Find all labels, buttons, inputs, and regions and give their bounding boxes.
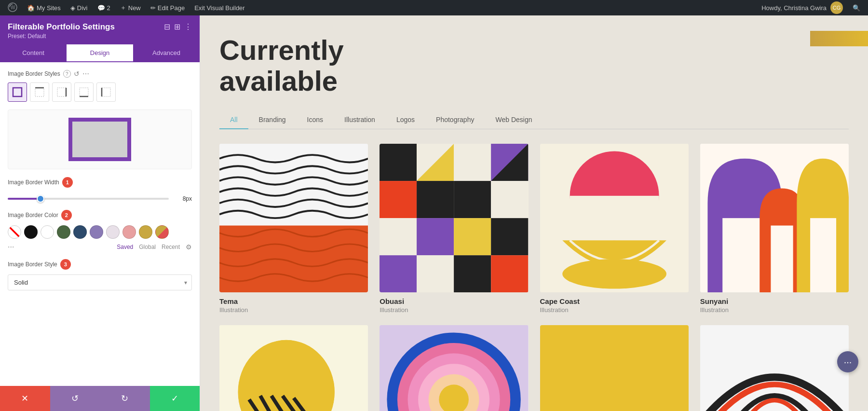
- panel-header: Filterable Portfolio Settings Preset: De…: [0, 15, 200, 44]
- border-left-option[interactable]: [96, 82, 116, 102]
- svg-rect-57: [540, 325, 689, 411]
- filter-tab-logos[interactable]: Logos: [386, 111, 425, 129]
- color-swatch-transparent[interactable]: [8, 225, 21, 239]
- comments-item[interactable]: 💬 2: [94, 0, 114, 15]
- svg-rect-21: [491, 181, 528, 218]
- color-swatch-black[interactable]: [24, 225, 38, 239]
- redo-button[interactable]: ↻: [100, 386, 150, 411]
- filter-tab-icons[interactable]: Icons: [297, 111, 334, 129]
- border-options: [8, 82, 192, 102]
- border-width-text: Image Border Width: [8, 179, 59, 186]
- color-tab-saved[interactable]: Saved: [117, 244, 133, 250]
- filter-tab-all[interactable]: All: [219, 111, 248, 129]
- color-swatch-light-gray[interactable]: [106, 225, 120, 239]
- svg-rect-19: [417, 181, 454, 218]
- tab-advanced[interactable]: Advanced: [133, 44, 200, 62]
- svg-point-35: [562, 259, 666, 288]
- svg-rect-23: [417, 218, 454, 255]
- color-swatch-purple[interactable]: [90, 225, 103, 239]
- svg-text:W: W: [11, 5, 15, 10]
- portfolio-item-tamale[interactable]: Tamale Illustration: [700, 325, 849, 411]
- main-layout: Filterable Portfolio Settings Preset: De…: [0, 15, 868, 411]
- portfolio-thumb-tema: [219, 144, 368, 292]
- svg-rect-34: [570, 195, 659, 240]
- portfolio-item-takoradi[interactable]: Takoradi Illustration: [380, 325, 528, 411]
- cancel-button[interactable]: ✕: [0, 386, 50, 411]
- border-style-select[interactable]: None Solid Dashed Dotted Double: [8, 274, 192, 290]
- portfolio-thumb-sekondi: [540, 325, 689, 411]
- undo-icon: ↺: [71, 393, 79, 404]
- minimize-icon[interactable]: ⊟: [164, 22, 170, 31]
- portfolio-thumb-sunyani: [700, 144, 849, 292]
- fab-button[interactable]: ···: [837, 351, 858, 372]
- border-style-select-wrapper: None Solid Dashed Dotted Double ▾: [8, 274, 192, 290]
- color-swatch-light-pink[interactable]: [122, 225, 136, 239]
- portfolio-name-tema: Tema: [219, 297, 368, 305]
- svg-rect-26: [380, 255, 417, 292]
- svg-rect-25: [491, 218, 528, 255]
- reset-icon[interactable]: ↺: [74, 70, 80, 78]
- color-settings-icon[interactable]: ⚙: [186, 243, 192, 251]
- portfolio-thumb-ashaiman: [219, 325, 368, 411]
- color-swatch-white[interactable]: [41, 225, 54, 239]
- my-sites-label: My Sites: [37, 4, 61, 12]
- tab-content[interactable]: Content: [0, 44, 67, 62]
- portfolio-category-obuasi: Illustration: [380, 306, 528, 314]
- tab-design[interactable]: Design: [67, 44, 133, 62]
- portfolio-item-obuasi[interactable]: Obuasi Illustration: [380, 144, 528, 314]
- svg-rect-28: [454, 255, 491, 292]
- howdy-item[interactable]: Howdy, Christina Gwira CG: [758, 1, 847, 14]
- new-item[interactable]: ＋ New: [116, 0, 145, 15]
- border-width-slider-section: 8px: [8, 195, 192, 202]
- portfolio-name-sunyani: Sunyani: [700, 297, 849, 305]
- divi-item[interactable]: ◈ Divi: [67, 0, 92, 15]
- border-all-option[interactable]: [8, 82, 27, 102]
- border-style-section: Image Border Style 3 None Solid Dashed D…: [8, 259, 192, 290]
- color-tab-recent[interactable]: Recent: [162, 244, 180, 250]
- filter-tab-webdesign[interactable]: Web Design: [485, 111, 542, 129]
- portfolio-item-tema[interactable]: Tema Illustration: [219, 144, 368, 314]
- border-top-option[interactable]: [30, 82, 49, 102]
- portfolio-item-cape-coast[interactable]: Cape Coast Illustration: [540, 144, 689, 314]
- more-options-icon[interactable]: ⋯: [82, 70, 89, 78]
- border-color-text: Image Border Color: [8, 212, 58, 219]
- border-right-option[interactable]: [52, 82, 71, 102]
- portfolio-item-ashaiman[interactable]: Ashaiman Illustration: [219, 325, 368, 411]
- color-swatch-dark-blue[interactable]: [73, 225, 87, 239]
- svg-rect-9: [102, 88, 110, 96]
- border-bottom-option[interactable]: [74, 82, 94, 102]
- save-icon: ✓: [171, 393, 178, 404]
- filter-tab-illustration[interactable]: Illustration: [334, 111, 386, 129]
- portfolio-item-sunyani[interactable]: Sunyani Illustration: [700, 144, 849, 314]
- undo-button[interactable]: ↺: [50, 386, 100, 411]
- portfolio-category-cape-coast: Illustration: [540, 306, 689, 314]
- edit-icon: ✏: [150, 4, 156, 12]
- menu-icon[interactable]: ⋮: [184, 22, 192, 31]
- color-swatch-dark-green[interactable]: [57, 225, 70, 239]
- save-button[interactable]: ✓: [150, 386, 200, 411]
- exit-builder-item[interactable]: Exit Visual Builder: [190, 0, 249, 15]
- color-swatch-gold[interactable]: [139, 225, 152, 239]
- portfolio-item-sekondi[interactable]: Sekondi Illustration: [540, 325, 689, 411]
- color-swatch-diagonal[interactable]: [155, 225, 169, 239]
- wp-logo-item[interactable]: W: [4, 0, 21, 15]
- my-sites-item[interactable]: 🏠 My Sites: [23, 0, 65, 15]
- layout-icon[interactable]: ⊞: [174, 22, 180, 31]
- svg-rect-5: [57, 88, 66, 96]
- plus-icon: ＋: [120, 3, 126, 12]
- search-admin-icon: 🔍: [853, 4, 860, 12]
- panel-preset: Preset: Default: [8, 33, 115, 40]
- color-dots[interactable]: ···: [8, 243, 14, 251]
- filter-tab-branding[interactable]: Branding: [248, 111, 297, 129]
- color-tabs: ··· Saved Global Recent ⚙: [8, 243, 192, 251]
- search-admin-item[interactable]: 🔍: [849, 4, 864, 12]
- slider-track[interactable]: [8, 198, 169, 200]
- filter-tab-photography[interactable]: Photography: [425, 111, 485, 129]
- help-icon[interactable]: ?: [63, 70, 71, 78]
- portfolio-name-cape-coast: Cape Coast: [540, 297, 689, 305]
- color-tab-global[interactable]: Global: [139, 244, 156, 250]
- preview-box: [8, 110, 192, 169]
- panel-tabs: Content Design Advanced: [0, 44, 200, 62]
- slider-thumb[interactable]: [37, 195, 44, 203]
- edit-page-item[interactable]: ✏ Edit Page: [147, 0, 189, 15]
